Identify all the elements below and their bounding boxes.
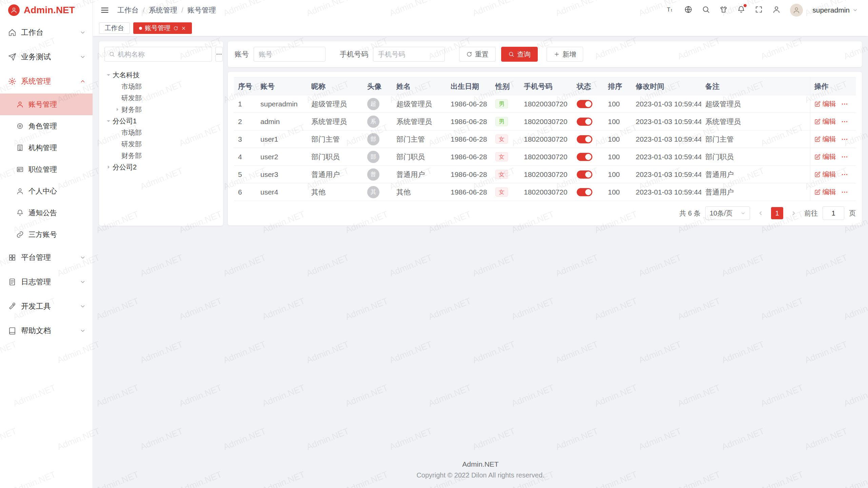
- cell-index: 6: [234, 183, 256, 201]
- sidebar-subitem-account-mgmt[interactable]: 账号管理: [0, 94, 93, 115]
- breadcrumb-item[interactable]: 系统管理: [149, 5, 177, 15]
- sidebar-subitem-label: 账号管理: [28, 100, 57, 109]
- sidebar-item-dev-tools[interactable]: 开发工具: [0, 294, 93, 319]
- sidebar-item-platform-mgmt[interactable]: 平台管理: [0, 245, 93, 270]
- sidebar-item-workbench[interactable]: 工作台: [0, 20, 93, 45]
- user-table-card: 序号账号昵称头像姓名出生日期性别手机号码状态排序修改时间备注操作 1supera…: [228, 72, 862, 225]
- cell-sort: 100: [604, 95, 632, 113]
- search-button[interactable]: 查询: [501, 47, 538, 62]
- fullscreen-icon[interactable]: [755, 5, 763, 15]
- profile-icon[interactable]: [772, 5, 781, 15]
- tree-node[interactable]: 研发部: [104, 92, 218, 104]
- cell-operation: 编辑: [810, 166, 856, 183]
- gender-tag: 女: [495, 170, 508, 179]
- edit-label: 编辑: [823, 99, 836, 108]
- cell-index: 5: [234, 166, 256, 183]
- page-size-select[interactable]: 10条/页: [705, 206, 750, 220]
- current-page-button[interactable]: 1: [771, 207, 783, 219]
- breadcrumb-item[interactable]: 工作台: [117, 5, 139, 15]
- row-more-icon[interactable]: [841, 118, 848, 125]
- edit-button[interactable]: 编辑: [814, 99, 836, 108]
- link-icon: [16, 231, 24, 238]
- chevron-down-icon: [80, 255, 86, 261]
- tab-workbench[interactable]: 工作台: [99, 22, 130, 34]
- sidebar-item-label: 业务测试: [21, 52, 75, 62]
- globe-glyph: [684, 5, 692, 14]
- language-icon[interactable]: [684, 5, 692, 15]
- status-toggle[interactable]: [577, 100, 592, 108]
- cell-nickname: 部门职员: [307, 148, 363, 166]
- menu-toggle-icon[interactable]: [100, 6, 109, 15]
- tree-node[interactable]: 分公司1: [104, 115, 218, 127]
- next-page-button[interactable]: [788, 207, 800, 219]
- cell-birth-date: 1986-06-28: [447, 183, 491, 201]
- status-toggle[interactable]: [577, 153, 592, 161]
- tree-node[interactable]: 市场部: [104, 81, 218, 92]
- edit-button[interactable]: 编辑: [814, 117, 836, 126]
- row-more-icon[interactable]: [841, 100, 848, 108]
- cell-phone: 18020030720: [520, 130, 573, 148]
- sidebar-subitem-role-mgmt[interactable]: 角色管理: [0, 115, 93, 137]
- cell-sort: 100: [604, 148, 632, 166]
- row-avatar: 超: [367, 98, 379, 110]
- tree-node[interactable]: 研发部: [104, 138, 218, 150]
- prev-page-button[interactable]: [755, 207, 766, 219]
- status-toggle[interactable]: [577, 135, 592, 143]
- sidebar-subitem-personal-center[interactable]: 个人中心: [0, 180, 93, 202]
- search-icon[interactable]: [702, 5, 710, 15]
- row-more-icon[interactable]: [841, 136, 848, 143]
- app-logo[interactable]: Admin.NET: [0, 0, 93, 20]
- tab-close-icon[interactable]: [181, 26, 186, 31]
- edit-button[interactable]: 编辑: [814, 135, 836, 144]
- row-more-icon[interactable]: [841, 171, 848, 178]
- sidebar-item-log-mgmt[interactable]: 日志管理: [0, 270, 93, 294]
- cell-operation: 编辑: [810, 113, 856, 130]
- tree-node[interactable]: 财务部: [104, 150, 218, 161]
- sidebar-subitem-org-mgmt[interactable]: 机构管理: [0, 137, 93, 159]
- notification-icon[interactable]: [737, 5, 745, 15]
- cell-modified-time: 2023-01-03 10:59:44: [632, 113, 701, 130]
- edit-button[interactable]: 编辑: [814, 152, 836, 161]
- org-more-button[interactable]: [215, 47, 223, 62]
- cell-sort: 100: [604, 183, 632, 201]
- cell-remark: 超级管理员: [701, 95, 810, 113]
- add-button[interactable]: 新增: [547, 47, 583, 62]
- header-actions: Tt superadmin: [667, 4, 858, 17]
- font-size-icon[interactable]: Tt: [667, 5, 675, 15]
- edit-button[interactable]: 编辑: [814, 187, 836, 197]
- sidebar-item-system-mgmt[interactable]: 系统管理: [0, 69, 93, 94]
- user-menu[interactable]: superadmin: [812, 6, 858, 14]
- sidebar-subitem-notice[interactable]: 通知公告: [0, 202, 93, 224]
- status-toggle[interactable]: [577, 118, 592, 126]
- reset-button[interactable]: 重置: [459, 47, 496, 62]
- sidebar-subitem-post-mgmt[interactable]: 职位管理: [0, 159, 93, 180]
- page-unit-label: 页: [849, 209, 856, 218]
- cell-modified-time: 2023-01-03 10:59:44: [632, 148, 701, 166]
- cell-gender: 女: [491, 148, 520, 166]
- table-row: 1superadmin超级管理员超超级管理员1986-06-28男1802003…: [234, 95, 856, 113]
- sidebar-item-help-docs[interactable]: 帮助文档: [0, 319, 93, 343]
- status-toggle[interactable]: [577, 170, 592, 179]
- chevron-down-icon: [80, 29, 86, 36]
- theme-icon[interactable]: [719, 5, 728, 15]
- account-input[interactable]: [254, 47, 326, 62]
- phone-input[interactable]: [373, 47, 445, 62]
- edit-button[interactable]: 编辑: [814, 170, 836, 179]
- log-icon: [8, 278, 16, 286]
- org-search-input[interactable]: [118, 50, 208, 58]
- sidebar-item-biz-test[interactable]: 业务测试: [0, 45, 93, 69]
- status-toggle[interactable]: [577, 188, 592, 196]
- user-avatar[interactable]: [790, 4, 803, 17]
- row-more-icon[interactable]: [841, 188, 848, 196]
- row-more-icon[interactable]: [841, 153, 848, 161]
- tree-node[interactable]: 大名科技: [104, 69, 218, 81]
- tree-node[interactable]: 分公司2: [104, 161, 218, 173]
- goto-page-input[interactable]: [823, 206, 844, 220]
- tab-account-mgmt[interactable]: 账号管理: [133, 22, 192, 34]
- cell-gender: 男: [491, 95, 520, 113]
- add-label: 新增: [563, 50, 576, 59]
- tree-node[interactable]: 市场部: [104, 127, 218, 138]
- sidebar-subitem-third-account[interactable]: 三方账号: [0, 224, 93, 245]
- cell-birth-date: 1986-06-28: [447, 130, 491, 148]
- tree-node[interactable]: 财务部: [104, 104, 218, 115]
